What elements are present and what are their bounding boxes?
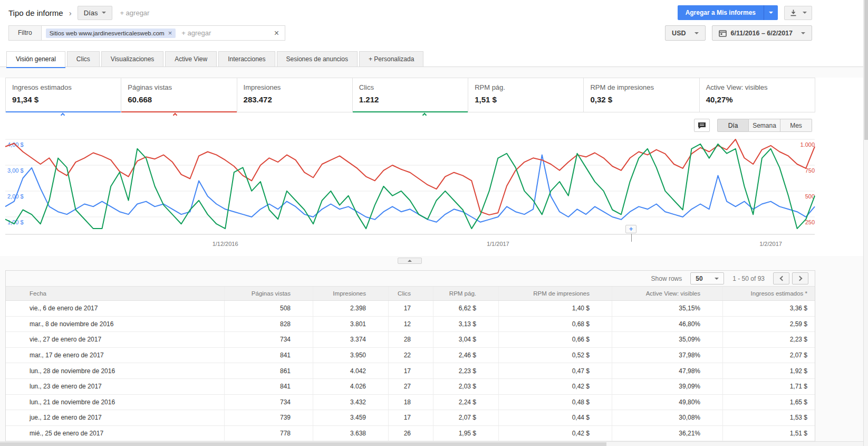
card-paginas-vistas[interactable]: Páginas vistas60.668 xyxy=(121,78,237,112)
right-axis-tick: 250 xyxy=(805,219,815,225)
table-cell: 12 xyxy=(388,317,433,332)
table-cell: 22 xyxy=(388,348,433,363)
chevron-down-icon xyxy=(769,12,773,14)
granularity-mes[interactable]: Mes xyxy=(780,119,812,132)
download-button[interactable] xyxy=(784,6,812,20)
tab-personalizada[interactable]: + Personalizada xyxy=(359,51,423,67)
table-cell: 508 xyxy=(224,301,313,316)
table-cell: 2,07 $ xyxy=(433,410,498,425)
column-header-rpm-pag[interactable]: RPM pág. xyxy=(433,287,498,300)
table-cell: 26 xyxy=(388,426,433,441)
breadcrumb-chevron-icon: › xyxy=(69,8,72,17)
column-header-fecha[interactable]: Fecha xyxy=(6,287,224,300)
card-label: Clics xyxy=(359,83,465,91)
table-cell: 778 xyxy=(224,426,313,441)
card-impresiones[interactable]: Impresiones283.472 xyxy=(237,78,353,112)
remove-filter-icon[interactable]: × xyxy=(168,31,172,36)
table-cell: 49,80% xyxy=(612,395,722,410)
filter-bar-right: USD 6/11/2016 – 6/2/2017 xyxy=(665,25,812,41)
currency-dropdown[interactable]: USD xyxy=(665,25,705,41)
table-cell: 0,52 $ xyxy=(498,348,612,363)
tab-interacciones[interactable]: Interacciones xyxy=(218,51,275,67)
collapse-strip xyxy=(0,256,868,270)
date-range-picker[interactable]: 6/11/2016 – 6/2/2017 xyxy=(712,25,812,41)
card-label: Ingresos estimados xyxy=(12,83,118,91)
previous-page-button[interactable] xyxy=(773,272,789,284)
card-active-view-visibles[interactable]: Active View: visibles40,27% xyxy=(700,78,815,112)
filter-box[interactable]: Filtro Sitios web www.jardinesverticales… xyxy=(8,25,285,41)
table-cell: 2,59 $ xyxy=(722,317,815,332)
table-cell: 3,36 $ xyxy=(722,301,815,316)
column-header-clics[interactable]: Clics xyxy=(388,287,433,300)
tab-active-view[interactable]: Active View xyxy=(165,51,217,67)
add-to-my-reports-dropdown[interactable] xyxy=(764,5,778,20)
horizontal-scrollbar-thumb[interactable] xyxy=(0,442,606,446)
column-header-rpm-de-impresiones[interactable]: RPM de impresiones xyxy=(498,287,612,300)
tab-visualizaciones[interactable]: Visualizaciones xyxy=(101,51,164,67)
table-cell: 17 xyxy=(388,410,433,425)
table-cell: 3.432 xyxy=(313,395,388,410)
x-axis-tick: 1/1/2017 xyxy=(487,241,509,247)
report-type-dropdown[interactable]: Días xyxy=(78,6,113,20)
table-cell: 3.374 xyxy=(313,332,388,347)
card-label: Impresiones xyxy=(244,83,349,91)
granularity-semana[interactable]: Semana xyxy=(749,119,780,132)
next-page-button[interactable] xyxy=(792,272,808,284)
table-cell: 0,47 $ xyxy=(498,363,612,378)
table-row: vie., 6 de enero de 20175082.398176,62 $… xyxy=(6,301,815,317)
card-clics[interactable]: Clics1.212 xyxy=(353,78,468,112)
table-cell: mié., 25 de enero de 2017 xyxy=(6,426,224,441)
column-header-impresiones[interactable]: Impresiones xyxy=(313,287,388,300)
table-row: lun., 21 de noviembre de 20167343.432182… xyxy=(6,395,815,411)
tab-clics[interactable]: Clics xyxy=(67,51,100,67)
granularity-dia[interactable]: Día xyxy=(717,119,749,132)
add-report-type-link[interactable]: + agregar xyxy=(120,9,149,17)
table-cell: 0,44 $ xyxy=(498,410,612,425)
vertical-scrollbar-thumb[interactable] xyxy=(864,0,868,140)
page-size-dropdown[interactable]: 50 xyxy=(690,272,724,284)
page-size-value: 50 xyxy=(696,275,702,282)
chart-event-marker[interactable]: + xyxy=(625,225,636,233)
chart-annotations-button[interactable] xyxy=(694,119,710,132)
filter-chip[interactable]: Sitios web www.jardinesverticalesweb.com… xyxy=(46,29,176,38)
column-header-active-view-visibles[interactable]: Active View: visibles xyxy=(612,287,722,300)
table-cell: 4.042 xyxy=(313,363,388,378)
top-bar: Tipo de informe › Días + agregar Agregar… xyxy=(0,0,868,23)
report-type-label: Días xyxy=(84,9,98,17)
add-to-my-reports-split-button: Agregar a Mis informes xyxy=(678,5,778,20)
tab-vision-general[interactable]: Visión general xyxy=(6,51,65,67)
card-rpm-de-impresiones[interactable]: RPM de impresiones0,32 $ xyxy=(584,78,699,112)
table-cell: 1,71 $ xyxy=(722,379,815,394)
chevron-down-icon xyxy=(102,12,106,14)
chart-toolbar: DíaSemanaMes xyxy=(5,119,812,132)
column-header-ingresos-estimados[interactable]: Ingresos estimados * xyxy=(722,287,815,300)
horizontal-scrollbar[interactable] xyxy=(0,441,863,446)
card-value: 0,32 $ xyxy=(590,95,696,104)
table-cell: 47,98% xyxy=(612,363,722,378)
card-value: 283.472 xyxy=(244,95,349,104)
column-header-paginas-vistas[interactable]: Páginas vistas xyxy=(224,287,313,300)
card-label: Páginas vistas xyxy=(128,83,233,91)
card-ingresos-estimados[interactable]: Ingresos estimados91,34 $ xyxy=(6,78,121,112)
tab-sesiones-de-anuncios[interactable]: Sesiones de anuncios xyxy=(277,51,358,67)
clear-filter-icon[interactable]: × xyxy=(274,29,279,38)
breadcrumb: Tipo de informe › Días + agregar xyxy=(8,6,149,20)
table-cell: 46,80% xyxy=(612,317,722,332)
collapse-chart-button[interactable] xyxy=(398,258,422,264)
table-cell: 1,95 $ xyxy=(433,426,498,441)
add-filter-placeholder[interactable]: + agregar xyxy=(181,29,211,37)
table-cell: jue., 12 de enero de 2017 xyxy=(6,410,224,425)
table-cell: 17 xyxy=(388,301,433,316)
add-to-my-reports-button[interactable]: Agregar a Mis informes xyxy=(678,5,764,20)
card-rpm-pag[interactable]: RPM pág.1,51 $ xyxy=(468,78,584,112)
table-cell: 0,42 $ xyxy=(498,426,612,441)
card-label: RPM pág. xyxy=(475,83,580,91)
calendar-icon xyxy=(719,30,727,37)
vertical-scrollbar[interactable] xyxy=(863,0,868,446)
table-cell: 2,07 $ xyxy=(722,348,815,363)
card-label: RPM de impresiones xyxy=(590,83,696,91)
table-cell: 6,62 $ xyxy=(433,301,498,316)
table-cell: 828 xyxy=(224,317,313,332)
table-row: mar., 8 de noviembre de 20168283.801123,… xyxy=(6,317,815,333)
card-value: 40,27% xyxy=(706,95,812,104)
